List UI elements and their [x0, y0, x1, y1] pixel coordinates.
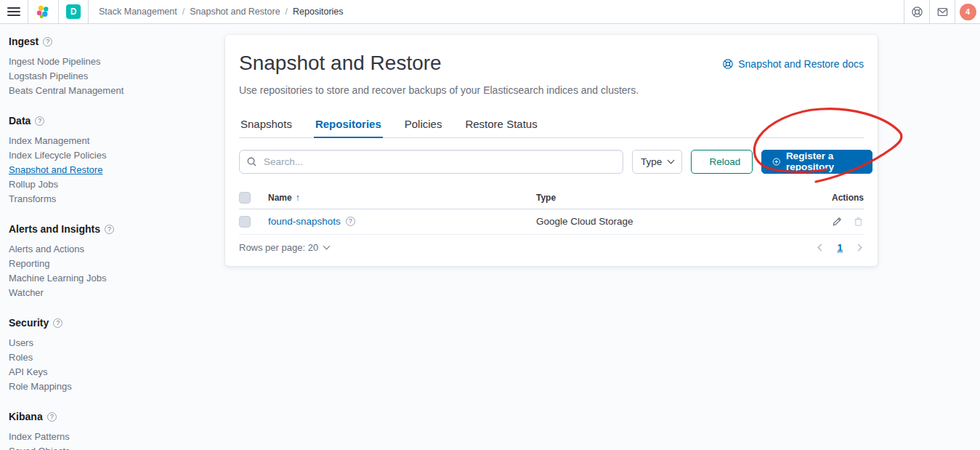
section-title: Security: [9, 317, 49, 329]
sidebar-item-index-patterns[interactable]: Index Patterns: [9, 429, 202, 443]
sidebar-section-data: Data Index Management Index Lifecycle Po…: [9, 115, 202, 206]
page-controls: 1: [819, 242, 864, 253]
repository-name-link[interactable]: found-snapshots: [268, 216, 341, 227]
trash-icon: [853, 216, 864, 227]
newsfeed-button[interactable]: [930, 0, 955, 23]
section-title: Ingest: [9, 36, 39, 47]
sidebar-item-snapshot-and-restore[interactable]: Snapshot and Restore: [9, 162, 202, 177]
type-filter-label: Type: [641, 156, 662, 167]
breadcrumb-repositories: Repositories: [293, 7, 343, 17]
home-logo-button[interactable]: [28, 0, 58, 23]
tab-restore-status[interactable]: Restore Status: [463, 112, 538, 137]
search-box[interactable]: [239, 150, 623, 174]
space-switcher[interactable]: D: [59, 0, 88, 23]
rows-per-page-label: Rows per page: 20: [239, 242, 318, 253]
next-page-button[interactable]: [856, 245, 861, 250]
help-life-ring-icon: [722, 58, 734, 70]
sidebar-item-rollup-jobs[interactable]: Rollup Jobs: [9, 177, 202, 191]
row-name-cell: found-snapshots: [268, 216, 536, 227]
breadcrumb-snapshot-restore[interactable]: Snapshot and Restore: [190, 7, 280, 17]
row-actions-cell: [798, 216, 864, 227]
question-circle-icon[interactable]: [43, 37, 52, 47]
snapshot-restore-panel: Snapshot and Restore Snapshot and Restor…: [225, 35, 878, 266]
reload-button[interactable]: Reload: [691, 150, 753, 174]
row-checkbox[interactable]: [239, 216, 251, 228]
tab-snapshots[interactable]: Snapshots: [239, 112, 293, 137]
help-menu-button[interactable]: [904, 0, 929, 23]
docs-link[interactable]: Snapshot and Restore docs: [722, 58, 864, 70]
mail-icon: [936, 6, 949, 18]
sidebar-heading-security: Security: [9, 317, 202, 329]
top-navigation-bar: D Stack Management / Snapshot and Restor…: [0, 0, 980, 24]
tab-policies[interactable]: Policies: [403, 112, 444, 137]
search-input[interactable]: [262, 156, 616, 168]
sidebar-item-ingest-node-pipelines[interactable]: Ingest Node Pipelines: [9, 54, 202, 68]
sidebar-item-index-lifecycle-policies[interactable]: Index Lifecycle Policies: [9, 148, 202, 162]
sidebar-section-ingest: Ingest Ingest Node Pipelines Logstash Pi…: [9, 36, 202, 97]
sidebar-section-alerts-insights: Alerts and Insights Alerts and Actions R…: [9, 223, 202, 300]
sidebar-item-alerts-and-actions[interactable]: Alerts and Actions: [9, 241, 202, 256]
question-circle-icon[interactable]: [47, 412, 57, 422]
sidebar-item-transforms[interactable]: Transforms: [9, 191, 202, 206]
sidebar-item-role-mappings[interactable]: Role Mappings: [9, 379, 202, 393]
pencil-icon: [832, 216, 843, 227]
management-sidebar: Ingest Ingest Node Pipelines Logstash Pi…: [0, 24, 211, 450]
breadcrumb-stack-management[interactable]: Stack Management: [99, 7, 177, 17]
page-description: Use repositories to store and recover ba…: [239, 84, 864, 96]
select-all-checkbox[interactable]: [239, 192, 251, 204]
row-checkbox-cell: [239, 216, 268, 228]
header-actions-cell: Actions: [798, 193, 864, 203]
tab-repositories[interactable]: Repositories: [314, 112, 383, 137]
menu-toggle[interactable]: [0, 0, 28, 23]
user-avatar[interactable]: 4: [960, 4, 976, 20]
sidebar-item-reporting[interactable]: Reporting: [9, 256, 202, 270]
sidebar-item-api-keys[interactable]: API Keys: [9, 364, 202, 379]
table-pagination: Rows per page: 20 1: [239, 242, 864, 253]
search-icon: [246, 156, 257, 167]
header-name-cell[interactable]: Name: [268, 193, 536, 203]
breadcrumb-separator: /: [182, 7, 185, 17]
sidebar-item-machine-learning-jobs[interactable]: Machine Learning Jobs: [9, 270, 202, 285]
question-circle-icon[interactable]: [105, 225, 114, 234]
elastic-logo-icon: [36, 4, 51, 20]
sidebar-item-logstash-pipelines[interactable]: Logstash Pipelines: [9, 68, 202, 83]
hamburger-icon[interactable]: [7, 7, 20, 16]
sidebar-item-index-management[interactable]: Index Management: [9, 133, 202, 148]
question-circle-icon[interactable]: [346, 217, 355, 226]
space-badge[interactable]: D: [66, 4, 81, 19]
edit-repository-button[interactable]: [832, 216, 843, 227]
user-menu-button[interactable]: 4: [955, 0, 980, 23]
delete-repository-button[interactable]: [853, 216, 864, 227]
column-header-actions: Actions: [832, 193, 864, 203]
sidebar-item-beats-central-management[interactable]: Beats Central Management: [9, 83, 202, 97]
sidebar-item-users[interactable]: Users: [9, 335, 202, 350]
column-header-type: Type: [536, 193, 556, 203]
table-header-row: Name Type Actions: [239, 188, 864, 209]
page-number-1[interactable]: 1: [837, 242, 843, 253]
chevron-right-icon: [855, 244, 862, 251]
sidebar-item-watcher[interactable]: Watcher: [9, 285, 202, 300]
repository-type-value: Google Cloud Storage: [536, 216, 633, 227]
header-checkbox-cell: [239, 192, 268, 204]
docs-link-label: Snapshot and Restore docs: [738, 58, 864, 70]
register-repository-button[interactable]: Register a repository: [761, 150, 872, 174]
topbar-right-actions: 4: [904, 0, 980, 23]
sidebar-heading-kibana: Kibana: [9, 411, 202, 422]
question-circle-icon[interactable]: [53, 318, 62, 328]
tab-bar: Snapshots Repositories Policies Restore …: [239, 112, 864, 138]
sidebar-section-kibana: Kibana Index Patterns Saved Objects Spac…: [9, 411, 202, 450]
sidebar-heading-ingest: Ingest: [9, 36, 202, 47]
type-filter-button[interactable]: Type: [632, 150, 682, 174]
table-row: found-snapshots Google Cloud Storage: [239, 209, 864, 235]
rows-per-page-button[interactable]: Rows per page: 20: [239, 242, 329, 253]
question-circle-icon[interactable]: [35, 116, 44, 126]
column-header-name[interactable]: Name: [268, 193, 300, 203]
section-title: Data: [9, 115, 31, 126]
sidebar-item-saved-objects[interactable]: Saved Objects: [9, 443, 202, 450]
chevron-down-icon: [668, 156, 675, 164]
register-repository-label: Register a repository: [786, 150, 862, 172]
sidebar-item-roles[interactable]: Roles: [9, 350, 202, 364]
previous-page-button[interactable]: [819, 245, 824, 250]
page-title: Snapshot and Restore: [239, 51, 442, 76]
header-type-cell: Type: [536, 192, 798, 203]
